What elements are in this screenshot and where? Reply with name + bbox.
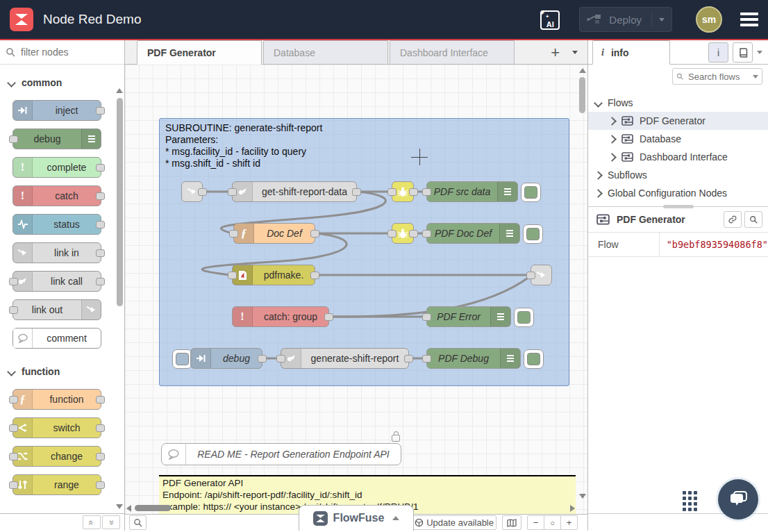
- search-icon: [6, 47, 15, 57]
- palette-node-range[interactable]: range: [12, 474, 101, 495]
- flows-tree: Flows PDF Generator Database Dashboard I…: [588, 88, 768, 202]
- node-debug-inject[interactable]: debug: [190, 348, 262, 369]
- help-tab-button[interactable]: [733, 42, 753, 63]
- zoom-reset-button[interactable]: ○: [544, 515, 561, 530]
- avatar[interactable]: sm: [696, 6, 722, 33]
- palette-scroll: common inject debug ! complete ! catch s…: [0, 65, 124, 513]
- catch-icon: !: [233, 307, 253, 326]
- palette-node-inject[interactable]: inject: [12, 100, 101, 121]
- node-pdfmake[interactable]: pdfmake.: [232, 265, 315, 285]
- info-tab-button[interactable]: i: [708, 42, 728, 63]
- tree-item-dashboard-interface[interactable]: Dashboard Interface: [588, 148, 768, 166]
- node-link-in[interactable]: [181, 181, 203, 202]
- palette-filter-input[interactable]: [19, 46, 112, 58]
- bug-icon: [397, 228, 408, 239]
- tree-item-database[interactable]: Database: [588, 130, 768, 148]
- node-pdf-doc-def[interactable]: PDF Doc Def: [426, 223, 520, 244]
- detail-search-button[interactable]: [744, 211, 762, 228]
- tab-database[interactable]: Database: [263, 40, 388, 64]
- workspace: PDF Generator Database Dashboard Interfa…: [125, 40, 587, 531]
- sidebar-splitter[interactable]: [588, 206, 768, 207]
- debug-toggle-button[interactable]: [521, 183, 541, 202]
- search-flows-box[interactable]: [672, 68, 762, 85]
- node-get-shift-report-data[interactable]: get-shift-report-data: [232, 181, 357, 202]
- inject-icon: [191, 349, 211, 368]
- node-catch-group[interactable]: ! catch: group: [232, 306, 329, 327]
- chat-widget-button[interactable]: [718, 479, 758, 519]
- node-debug-probe-1[interactable]: [392, 181, 414, 202]
- sidebar-search-row: [588, 65, 768, 88]
- add-flow-button[interactable]: +: [551, 45, 560, 60]
- palette-node-status[interactable]: status: [12, 214, 101, 235]
- flow-icon: [621, 134, 633, 144]
- palette-node-function[interactable]: ƒ function: [12, 389, 101, 410]
- palette-node-link-out[interactable]: link out: [12, 299, 101, 320]
- link-in-icon: [13, 243, 33, 263]
- tree-item-pdf-generator[interactable]: PDF Generator: [588, 112, 768, 130]
- node-pdf-error[interactable]: PDF Error: [426, 306, 511, 327]
- debug-toggle-button[interactable]: [514, 308, 534, 327]
- zoom-in-button[interactable]: +: [561, 515, 578, 530]
- flow-icon: [621, 152, 633, 162]
- tree-subflows-header[interactable]: Subflows: [588, 166, 768, 184]
- ai-assistant-button[interactable]: ✦ ✦ AI: [539, 9, 560, 30]
- canvas-search-button[interactable]: [129, 515, 147, 530]
- tab-info[interactable]: i info: [592, 40, 670, 65]
- zoom-controls: − ○ +: [527, 515, 578, 530]
- tree-flows-header[interactable]: Flows: [588, 94, 768, 112]
- canvas-vertical-scrollbar[interactable]: [578, 65, 587, 514]
- node-link-out[interactable]: [531, 265, 552, 285]
- search-flows-input[interactable]: [687, 71, 749, 83]
- collapse-all-button[interactable]: «: [83, 515, 101, 529]
- chevron-up-icon: [392, 516, 399, 520]
- tab-pdf-generator[interactable]: PDF Generator: [137, 40, 262, 65]
- debug-icon: [497, 182, 517, 201]
- debug-icon: [81, 129, 101, 149]
- palette-node-change[interactable]: change: [12, 446, 101, 467]
- copy-link-button[interactable]: [724, 211, 742, 228]
- node-comment-readme[interactable]: READ ME - Report Generation Endpoint API: [161, 443, 401, 465]
- detail-properties: Flow "b9ebf893594086f8": [588, 232, 768, 257]
- update-available-button[interactable]: Update available: [412, 515, 496, 530]
- flowfuse-panel-button[interactable]: FlowFuse: [299, 505, 414, 531]
- palette-scroll-up-icon[interactable]: [116, 88, 123, 93]
- palette-node-link-call[interactable]: link call: [12, 271, 101, 292]
- info-icon: i: [601, 47, 604, 58]
- debug-toggle-button[interactable]: [523, 224, 543, 244]
- inject-trigger-button[interactable]: [172, 349, 192, 369]
- tab-list-caret-icon[interactable]: [572, 51, 578, 54]
- tree-global-config-header[interactable]: Global Configuration Nodes: [588, 184, 768, 202]
- expand-all-button[interactable]: «: [102, 515, 120, 529]
- tab-dashboard-interface[interactable]: Dashboard Interface: [390, 40, 515, 64]
- palette-filter[interactable]: [0, 40, 124, 65]
- app-header: Node Red Demo ✦ ✦ AI Deploy sm: [0, 0, 768, 40]
- link-out-icon: [536, 270, 546, 280]
- sidebar-caret-icon[interactable]: [757, 51, 762, 54]
- main-menu-button[interactable]: [740, 13, 758, 26]
- palette-node-complete[interactable]: ! complete: [12, 157, 101, 178]
- node-debug-probe-2[interactable]: [392, 223, 414, 244]
- widget-drag-handle[interactable]: [683, 491, 697, 511]
- palette-node-link-in[interactable]: link in: [12, 242, 101, 263]
- flow-canvas[interactable]: SUBROUTINE: generate-shift-report Parame…: [125, 65, 587, 514]
- zoom-out-button[interactable]: −: [527, 515, 544, 530]
- deploy-caret-icon[interactable]: [659, 18, 665, 22]
- palette-node-comment[interactable]: comment: [12, 328, 101, 349]
- navigator-button[interactable]: [502, 515, 521, 530]
- palette-category-common[interactable]: common: [0, 67, 124, 92]
- node-generate-shift-report[interactable]: generate-shift-report: [281, 348, 409, 369]
- deploy-button[interactable]: Deploy: [579, 7, 672, 32]
- info-icon: i: [717, 47, 719, 58]
- node-pdf-src-data[interactable]: PDF src data: [426, 181, 518, 202]
- debug-icon: [499, 224, 519, 243]
- palette-scroll-down-icon[interactable]: [116, 504, 123, 509]
- palette-scrollbar[interactable]: [117, 98, 123, 306]
- chat-bubble-icon: [728, 490, 749, 509]
- debug-toggle-button[interactable]: [524, 349, 544, 369]
- palette-node-switch[interactable]: switch: [12, 417, 101, 438]
- node-doc-def[interactable]: ƒ Doc Def: [233, 223, 315, 244]
- palette-category-function[interactable]: function: [0, 356, 124, 381]
- palette-node-catch[interactable]: ! catch: [12, 185, 101, 206]
- palette-node-debug[interactable]: debug: [12, 128, 101, 149]
- node-pdf-debug[interactable]: PDF Debug: [426, 348, 521, 369]
